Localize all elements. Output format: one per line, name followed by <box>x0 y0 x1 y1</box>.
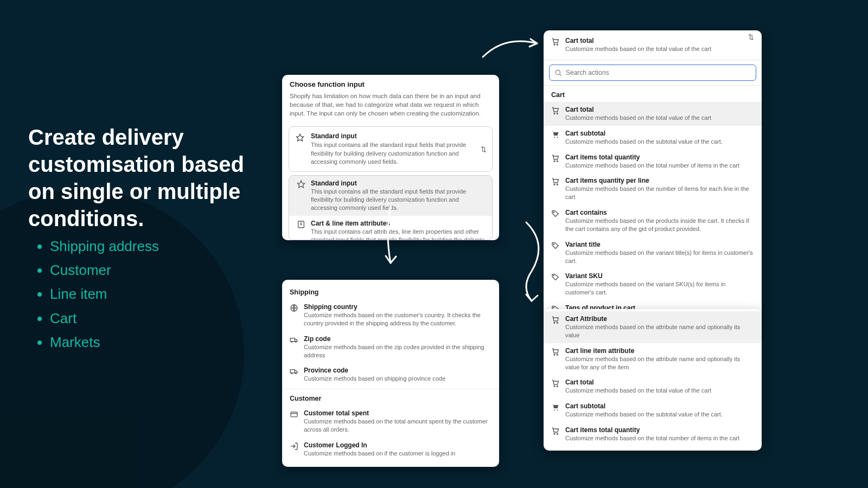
truck-icon <box>290 336 298 344</box>
row-cart-line-item-attribute[interactable]: Cart line item attributeCustomize method… <box>544 343 762 375</box>
row-cart-attribute[interactable]: Cart AttributeCustomize methods based on… <box>544 311 762 343</box>
tag-icon <box>551 209 560 218</box>
row-cart-items-total-quantity[interactable]: Cart items total quantityCustomize metho… <box>544 150 762 174</box>
svg-point-15 <box>557 113 558 114</box>
row-variant-sku[interactable]: Variant SKUCustomize methods based on th… <box>544 268 762 300</box>
card-description: Shopify has limitation on how much data … <box>282 91 499 123</box>
note-icon <box>297 220 305 229</box>
row-shipping-country[interactable]: Shipping countryCustomize methods based … <box>282 299 499 331</box>
cart-icon <box>551 37 560 46</box>
bullet-cart: Cart <box>50 306 159 330</box>
cart-icon <box>551 177 560 186</box>
svg-point-27 <box>557 322 558 323</box>
cart-icon <box>551 427 560 435</box>
wallet-icon <box>290 410 298 419</box>
tag-icon <box>551 241 560 250</box>
section-shipping: Shipping <box>282 283 499 299</box>
svg-rect-4 <box>290 338 295 341</box>
bullet-markets: Markets <box>50 330 159 354</box>
svg-point-31 <box>557 386 558 387</box>
svg-point-30 <box>554 386 555 387</box>
svg-point-21 <box>557 184 558 185</box>
svg-point-19 <box>557 160 558 162</box>
svg-point-18 <box>554 160 555 162</box>
truck-icon <box>290 367 298 376</box>
row-zip-code[interactable]: Zip codeCustomize methods based on the z… <box>282 331 499 363</box>
shipping-customer-card: Shipping Shipping countryCustomize metho… <box>282 280 499 467</box>
page-heading: Create delivery customisation based on s… <box>28 124 256 232</box>
row-cart-total[interactable]: Cart totalCustomize methods based on the… <box>544 102 762 126</box>
svg-point-33 <box>557 410 558 411</box>
row-cart-total-2[interactable]: Cart totalCustomize methods based on the… <box>544 375 762 399</box>
cart-icon <box>551 154 560 163</box>
section-cart: Cart <box>544 86 762 102</box>
option-cart-line-item-attributes[interactable]: Cart & line item attributes This input c… <box>289 216 492 240</box>
row-cart-items-quantity-per-line[interactable]: Cart items quantity per lineCustomize me… <box>544 173 762 205</box>
svg-point-20 <box>554 184 555 185</box>
row-cart-subtotal-2[interactable]: Cart subtotalCustomize methods based on … <box>544 399 762 422</box>
selected-title: Standard input <box>311 132 475 140</box>
condition-bullets: Shipping address Customer Line item Cart… <box>39 234 159 354</box>
option-standard-input[interactable]: Standard input This input contains all t… <box>289 176 492 216</box>
svg-point-17 <box>557 137 558 138</box>
svg-point-13 <box>556 70 560 74</box>
arrow-to-card3 <box>477 33 548 65</box>
row-province-code[interactable]: Province codeCustomize methods based on … <box>282 363 499 387</box>
cart-filled-icon <box>551 403 560 412</box>
svg-point-23 <box>553 243 554 244</box>
cart-search-card: Cart total Customize methods based on th… <box>544 30 762 324</box>
svg-rect-10 <box>291 412 297 417</box>
cart-icon <box>551 316 560 324</box>
bullet-shipping-address: Shipping address <box>50 234 159 258</box>
svg-point-26 <box>554 322 555 323</box>
svg-point-28 <box>554 354 555 355</box>
svg-marker-0 <box>296 134 303 142</box>
globe-icon <box>290 304 298 312</box>
card-title: Choose function input <box>282 75 499 91</box>
svg-point-14 <box>554 113 555 114</box>
star-icon <box>297 180 305 189</box>
svg-point-24 <box>553 275 554 276</box>
svg-point-34 <box>554 433 555 434</box>
svg-rect-7 <box>290 370 295 373</box>
svg-point-32 <box>554 410 555 411</box>
svg-point-29 <box>557 354 558 355</box>
cart-attribute-card: Cart AttributeCustomize methods based on… <box>544 309 762 451</box>
cart-icon <box>551 348 560 356</box>
cart-icon <box>551 379 560 388</box>
svg-point-16 <box>554 137 555 138</box>
svg-point-12 <box>557 44 558 45</box>
search-actions-input[interactable] <box>549 65 756 81</box>
selected-desc: This input contains all the standard inp… <box>311 141 475 166</box>
current-selection[interactable]: Cart total Customize methods based on th… <box>544 30 762 60</box>
function-input-select[interactable]: Standard input This input contains all t… <box>289 126 493 172</box>
updown-icon: ⇅ <box>481 145 487 153</box>
updown-icon: ⇅ <box>748 33 754 41</box>
tag-icon <box>551 273 560 281</box>
row-cart-items-total-quantity-2[interactable]: Cart items total quantityCustomize metho… <box>544 422 762 446</box>
bullet-line-item: Line item <box>50 282 159 306</box>
row-variant-title[interactable]: Variant titleCustomize methods based on … <box>544 237 762 269</box>
row-customer-total-spent[interactable]: Customer total spentCustomize methods ba… <box>282 406 499 438</box>
row-customer-logged-in[interactable]: Customer Logged InCustomize methods base… <box>282 438 499 461</box>
svg-point-22 <box>553 212 554 213</box>
star-icon <box>296 133 304 142</box>
row-cart-subtotal[interactable]: Cart subtotalCustomize methods based on … <box>544 126 762 150</box>
section-customer: Customer <box>282 389 499 406</box>
bullet-customer: Customer <box>50 258 159 282</box>
login-icon <box>290 442 298 451</box>
row-cart-contains[interactable]: Cart containsCustomize methods based on … <box>544 205 762 237</box>
svg-point-35 <box>557 433 558 434</box>
svg-point-25 <box>553 307 554 308</box>
search-icon <box>554 69 562 76</box>
choose-function-input-card: Choose function input Shopify has limita… <box>282 75 499 240</box>
svg-point-11 <box>554 44 555 45</box>
cart-filled-icon <box>551 130 560 139</box>
svg-marker-1 <box>297 181 304 188</box>
cart-icon <box>551 106 560 115</box>
